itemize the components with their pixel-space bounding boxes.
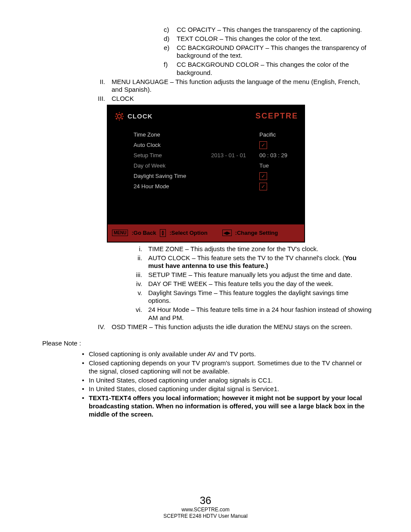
marker: iv. [127, 280, 148, 288]
list-item: IV. OSD TIMER – This function adjusts th… [86, 323, 372, 331]
text: MENU LANGUAGE – This function adjusts th… [112, 78, 372, 94]
left-right-arrows-icon: ◀▶ [222, 230, 232, 236]
marker: ii. [127, 254, 148, 271]
checkbox-icon: ✓ [259, 141, 267, 149]
list-item: II. MENU LANGUAGE – This function adjust… [86, 78, 372, 94]
footer-url: www.SCEPTRE.com [0, 507, 411, 513]
text: CLOCK [112, 95, 372, 103]
list-item: III. CLOCK [86, 95, 372, 103]
label: 24 Hour Mode [134, 183, 211, 190]
marker: IV. [86, 323, 112, 331]
mid: 2013 - 01 - 01 [211, 152, 259, 159]
gear-icon [114, 111, 125, 122]
marker: II. [86, 78, 112, 94]
text: In United States, closed captioning unde… [89, 385, 372, 393]
list-item: i. TIME ZONE – This adjusts the time zon… [127, 245, 372, 253]
list-item: d) TEXT COLOR – This changes the color o… [164, 35, 372, 43]
label: Setup Time [134, 152, 211, 159]
marker: f) [164, 61, 177, 77]
text: DAY OF THE WEEK – This feature tells you… [148, 280, 372, 288]
checkbox-icon: ✓ [259, 183, 267, 190]
brand-logo: SCEPTRE [255, 112, 298, 121]
notes-bullets: • Closed captioning is only available un… [78, 350, 372, 418]
list-item: • In United States, closed captioning un… [78, 385, 372, 393]
text: TIME ZONE – This adjusts the time zone f… [148, 245, 372, 253]
list-item: iii. SETUP TIME – This feature manually … [127, 271, 372, 279]
up-down-arrows-icon: ▲▼ [160, 229, 166, 237]
svg-point-0 [118, 114, 121, 118]
value: Pacific [259, 131, 276, 138]
list-item: ii. AUTO CLOCK – This feature sets the T… [127, 254, 372, 271]
text: Closed captioning is only available unde… [89, 350, 372, 358]
value: ✓ [259, 141, 267, 149]
bullet-icon: • [78, 350, 89, 358]
footer-manual: SCEPTRE E248 HDTV User Manual [0, 513, 411, 520]
roman-list: IV. OSD TIMER – This function adjusts th… [86, 323, 372, 331]
value: 00 : 03 : 29 [259, 152, 287, 159]
roman-list: II. MENU LANGUAGE – This function adjust… [86, 78, 372, 103]
change-setting-label: :Change Setting [235, 230, 278, 236]
clock-osd-screenshot: CLOCK SCEPTRE Time Zone Pacific Auto Clo… [107, 105, 305, 243]
menu-button-icon: MENU [112, 230, 128, 236]
text: Daylight Savings Time – This feature tog… [148, 289, 372, 305]
text: 24 Hour Mode – This feature tells time i… [148, 306, 372, 322]
text: TEXT COLOR – This changes the color of t… [177, 35, 372, 43]
value: ✓ [259, 183, 267, 190]
marker: iii. [127, 271, 148, 279]
marker: d) [164, 35, 177, 43]
osd-row-setuptime: Setup Time 2013 - 01 - 01 00 : 03 : 29 [134, 150, 293, 161]
osd-footer: MENU :Go Back ▲▼ :Select Option ◀▶ :Chan… [108, 224, 304, 242]
text: TEXT1-TEXT4 offers you local information… [89, 394, 372, 418]
osd-title: CLOCK [128, 112, 153, 120]
osd-row-dayofweek: Day of Week Tue [134, 161, 293, 171]
page-number: 36 [0, 495, 411, 507]
bullet-icon: • [78, 376, 89, 385]
list-item: • Closed captioning is only available un… [78, 350, 372, 358]
list-item: • In United States, closed captioning un… [78, 376, 372, 385]
value: ✓ [259, 172, 267, 180]
text: CC OPACITY – This changes the transparen… [177, 26, 372, 34]
bullet-icon: • [78, 394, 89, 418]
list-item: vi. 24 Hour Mode – This feature tells ti… [127, 306, 372, 322]
list-item: • Closed captioning depends on your TV p… [78, 359, 372, 376]
label: Daylight Saving Time [134, 173, 211, 179]
text: SETUP TIME – This feature manually lets … [148, 271, 372, 279]
list-item: • TEXT1-TEXT4 offers you local informati… [78, 394, 372, 418]
marker: v. [127, 289, 148, 305]
osd-row-24hour: 24 Hour Mode ✓ [134, 181, 293, 192]
text: CC BACKGROUND COLOR – This changes the c… [177, 61, 372, 77]
marker: c) [164, 26, 177, 34]
marker: III. [86, 95, 112, 103]
marker: vi. [127, 306, 148, 322]
go-back-label: :Go Back [131, 230, 156, 236]
text: CC BACKGROUND OPACITY – This changes the… [177, 44, 372, 60]
label: Time Zone [134, 131, 211, 138]
checkbox-icon: ✓ [259, 172, 267, 180]
list-item: iv. DAY OF THE WEEK – This feature tells… [127, 280, 372, 288]
marker: e) [164, 44, 177, 60]
text: In United States, closed captioning unde… [89, 376, 372, 385]
list-item: e) CC BACKGROUND OPACITY – This changes … [164, 44, 372, 60]
cc-options-list: c) CC OPACITY – This changes the transpa… [164, 26, 372, 77]
bullet-icon: • [78, 385, 89, 393]
text: Closed captioning depends on your TV pro… [89, 359, 372, 376]
bullet-icon: • [78, 359, 89, 376]
page-footer: 36 www.SCEPTRE.com SCEPTRE E248 HDTV Use… [0, 495, 411, 520]
osd-row-autoclock: Auto Clock ✓ [134, 140, 293, 150]
list-item: f) CC BACKGROUND COLOR – This changes th… [164, 61, 372, 77]
value: Tue [259, 162, 269, 169]
please-note-heading: Please Note : [42, 339, 372, 347]
label: Auto Clock [134, 142, 211, 148]
select-option-label: :Select Option [169, 230, 207, 236]
list-item: v. Daylight Savings Time – This feature … [127, 289, 372, 305]
text: AUTO CLOCK – This feature sets the TV to… [148, 254, 372, 271]
osd-row-dst: Daylight Saving Time ✓ [134, 171, 293, 181]
osd-body: Time Zone Pacific Auto Clock ✓ Setup Tim… [108, 127, 304, 192]
list-item: c) CC OPACITY – This changes the transpa… [164, 26, 372, 34]
osd-header-left: CLOCK [114, 111, 153, 122]
clock-sublist: i. TIME ZONE – This adjusts the time zon… [127, 245, 372, 322]
text: OSD TIMER – This function adjusts the id… [112, 323, 372, 331]
marker: i. [127, 245, 148, 253]
label: Day of Week [134, 162, 211, 169]
osd-row-timezone: Time Zone Pacific [134, 130, 293, 140]
